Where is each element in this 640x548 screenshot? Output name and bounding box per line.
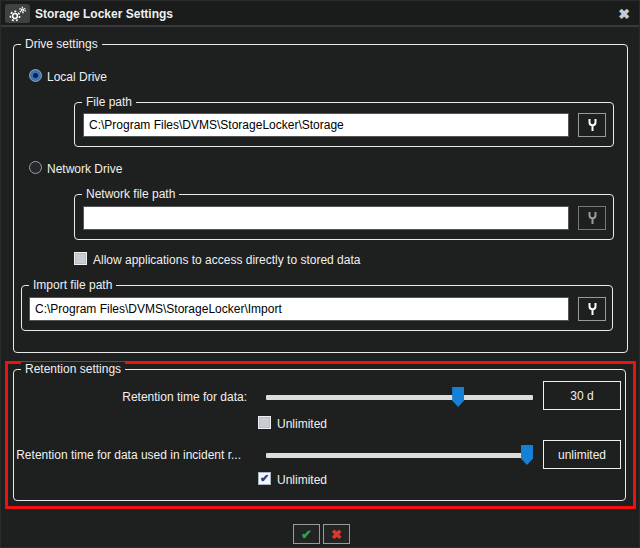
allow-direct-access-checkbox[interactable] bbox=[74, 252, 87, 265]
wrench-icon bbox=[586, 118, 599, 132]
window-title: Storage Locker Settings bbox=[35, 7, 173, 21]
retention-incident-unlimited-label[interactable]: Unlimited bbox=[277, 473, 327, 487]
retention-data-unlimited-label[interactable]: Unlimited bbox=[277, 417, 327, 431]
x-icon: ✖ bbox=[331, 528, 342, 541]
ok-button[interactable]: ✔ bbox=[293, 524, 320, 544]
network-drive-radio[interactable] bbox=[29, 161, 42, 174]
network-file-path-legend: Network file path bbox=[82, 187, 179, 201]
allow-direct-access-label[interactable]: Allow applications to access directly to… bbox=[93, 253, 360, 267]
file-path-browse-button[interactable] bbox=[578, 113, 606, 137]
file-path-legend: File path bbox=[82, 95, 136, 109]
slider-thumb[interactable] bbox=[521, 445, 533, 465]
network-file-path-browse-button[interactable] bbox=[578, 206, 606, 230]
retention-incident-slider[interactable] bbox=[266, 445, 533, 465]
retention-incident-unlimited-checkbox[interactable]: ✔ bbox=[258, 472, 271, 485]
gears-icon bbox=[8, 6, 27, 22]
title-bar[interactable]: Storage Locker Settings ✖ bbox=[1, 1, 639, 27]
slider-thumb[interactable] bbox=[452, 387, 464, 407]
check-icon: ✔ bbox=[301, 528, 312, 541]
retention-data-slider[interactable] bbox=[266, 387, 533, 407]
network-file-path-input[interactable] bbox=[83, 206, 569, 230]
slider-track[interactable] bbox=[266, 453, 533, 458]
wrench-icon bbox=[586, 211, 599, 225]
retention-incident-label: Retention time for data used in incident… bbox=[16, 448, 241, 462]
app-icon bbox=[5, 4, 30, 23]
import-file-path-input[interactable] bbox=[29, 297, 569, 321]
close-icon[interactable]: ✖ bbox=[618, 5, 630, 23]
network-drive-label[interactable]: Network Drive bbox=[47, 162, 122, 176]
retention-data-label: Retention time for data: bbox=[122, 390, 247, 404]
retention-data-value: 30 d bbox=[543, 381, 621, 410]
local-drive-radio[interactable] bbox=[29, 69, 42, 82]
drive-settings-legend: Drive settings bbox=[21, 37, 102, 51]
cancel-button[interactable]: ✖ bbox=[323, 524, 350, 544]
import-file-path-legend: Import file path bbox=[29, 278, 116, 292]
retention-incident-value: unlimited bbox=[543, 440, 621, 469]
wrench-icon bbox=[586, 302, 599, 316]
slider-track[interactable] bbox=[266, 395, 533, 400]
import-file-path-browse-button[interactable] bbox=[578, 297, 606, 321]
retention-data-unlimited-checkbox[interactable] bbox=[258, 416, 271, 429]
file-path-input[interactable] bbox=[83, 113, 569, 137]
storage-locker-settings-dialog: Storage Locker Settings ✖ Drive settings… bbox=[0, 0, 640, 548]
retention-settings-legend: Retention settings bbox=[21, 362, 125, 376]
local-drive-label[interactable]: Local Drive bbox=[47, 70, 107, 84]
